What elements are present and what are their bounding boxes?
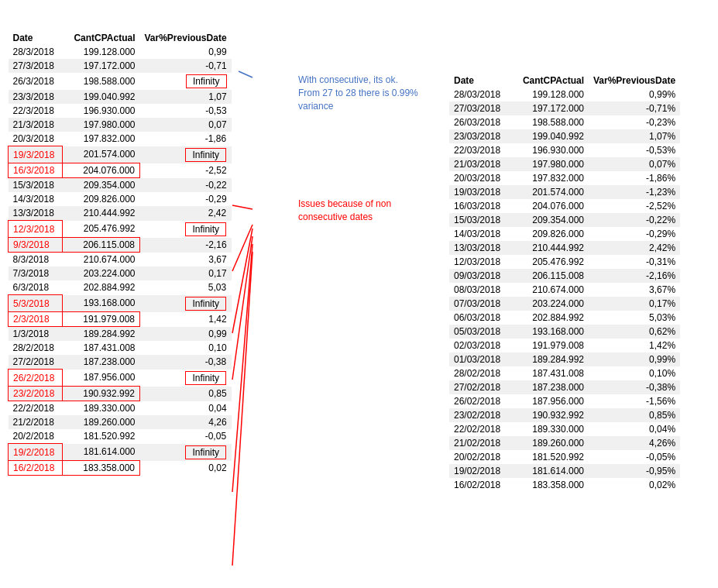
right-date-cell: 13/03/2018 (449, 241, 511, 255)
left-var-cell: 0,17 (140, 266, 232, 280)
left-cant-cell: 202.884.992 (63, 280, 140, 295)
right-var-cell: 0,17% (589, 297, 680, 311)
right-table-row: 23/02/2018190.932.9920,85% (449, 408, 680, 422)
left-cant-cell: 189.260.000 (63, 415, 140, 429)
left-cant-cell: 199.128.000 (63, 45, 140, 59)
left-date-cell: 21/2/2018 (9, 415, 63, 429)
left-table-row: 5/3/2018193.168.000Infinity (9, 295, 232, 312)
left-table-row: 21/3/2018197.980.0000,07 (9, 118, 232, 132)
right-var-cell: -0,29% (589, 227, 680, 241)
right-date-cell: 01/03/2018 (449, 352, 511, 366)
right-table-row: 21/02/2018189.260.0004,26% (449, 436, 680, 450)
left-cant-cell: 199.040.992 (63, 90, 140, 104)
right-date-cell: 20/03/2018 (449, 171, 511, 185)
right-cant-cell: 189.260.000 (511, 436, 589, 450)
left-date-cell: 20/2/2018 (9, 429, 63, 444)
infinity-badge: Infinity (185, 297, 226, 311)
left-cant-cell: 196.930.000 (63, 104, 140, 118)
right-cant-cell: 197.980.000 (511, 157, 589, 171)
infinity-badge: Infinity (185, 445, 226, 459)
right-cant-cell: 202.884.992 (511, 311, 589, 325)
left-var-cell: -0,05 (140, 429, 232, 444)
infinity-badge: Infinity (186, 74, 227, 88)
right-var-cell: -1,23% (589, 185, 680, 199)
right-date-cell: 19/03/2018 (449, 185, 511, 199)
left-table: Date CantCPActual Var%PreviousDate 28/3/… (8, 31, 232, 476)
right-var-cell: 0,10% (589, 366, 680, 380)
right-var-cell: 2,42% (589, 241, 680, 255)
right-cant-cell: 210.444.992 (511, 241, 589, 255)
right-date-cell: 19/02/2018 (449, 464, 511, 478)
right-table-row: 13/03/2018210.444.9922,42% (449, 241, 680, 255)
left-date-cell: 16/2/2018 (9, 461, 63, 476)
left-table-row: 16/3/2018204.076.000-2,52 (9, 163, 232, 178)
right-table-row: 23/03/2018199.040.9921,07% (449, 129, 680, 143)
right-table-row: 02/03/2018191.979.0081,42% (449, 339, 680, 352)
right-table-row: 26/03/2018198.588.000-0,23% (449, 115, 680, 129)
left-var-cell: Infinity (140, 73, 232, 90)
left-table-row: 20/2/2018181.520.992-0,05 (9, 429, 232, 444)
right-date-cell: 09/03/2018 (449, 269, 511, 283)
right-var-cell: 0,99% (589, 352, 680, 366)
left-cant-cell: 193.168.000 (63, 295, 140, 312)
left-date-cell: 5/3/2018 (9, 295, 63, 312)
left-table-row: 1/3/2018189.284.9920,99 (9, 327, 232, 342)
right-col-date: Date (449, 74, 511, 88)
left-table-row: 7/3/2018203.224.0000,17 (9, 266, 232, 280)
left-table-row: 19/2/2018181.614.000Infinity (9, 444, 232, 461)
left-date-cell: 23/2/2018 (9, 387, 63, 401)
left-var-cell: 0,85 (140, 387, 232, 401)
left-table-row: 12/3/2018205.476.992Infinity (9, 221, 232, 238)
right-date-cell: 22/02/2018 (449, 422, 511, 436)
right-cant-cell: 191.979.008 (511, 339, 589, 352)
left-date-cell: 15/3/2018 (9, 178, 63, 193)
right-table-row: 01/03/2018189.284.9920,99% (449, 352, 680, 366)
right-cant-cell: 199.040.992 (511, 129, 589, 143)
left-table-row: 14/3/2018209.826.000-0,29 (9, 192, 232, 206)
right-table-row: 26/02/2018187.956.000-1,56% (449, 394, 680, 408)
right-table: Date CantCPActual Var%PreviousDate 28/03… (449, 74, 680, 492)
left-date-cell: 6/3/2018 (9, 280, 63, 295)
right-date-cell: 05/03/2018 (449, 325, 511, 339)
right-table-row: 05/03/2018193.168.0000,62% (449, 325, 680, 339)
left-table-row: 26/3/2018198.588.000Infinity (9, 73, 232, 90)
right-var-cell: 5,03% (589, 311, 680, 325)
left-cant-cell: 209.826.000 (63, 192, 140, 206)
right-var-cell: 3,67% (589, 283, 680, 297)
left-col-var: Var%PreviousDate (140, 31, 232, 45)
left-cant-cell: 187.956.000 (63, 370, 140, 387)
right-date-cell: 23/02/2018 (449, 408, 511, 422)
right-cant-cell: 209.354.000 (511, 213, 589, 227)
left-cant-cell: 203.224.000 (63, 266, 140, 280)
right-date-cell: 27/03/2018 (449, 101, 511, 115)
left-date-cell: 7/3/2018 (9, 266, 63, 280)
left-var-cell: -0,71 (140, 59, 232, 73)
left-date-cell: 21/3/2018 (9, 118, 63, 132)
left-var-cell: Infinity (140, 295, 232, 312)
left-date-cell: 19/2/2018 (9, 444, 63, 461)
right-date-cell: 07/03/2018 (449, 297, 511, 311)
right-cant-cell: 197.172.000 (511, 101, 589, 115)
right-table-row: 16/02/2018183.358.0000,02% (449, 478, 680, 492)
right-var-cell: 0,07% (589, 157, 680, 171)
right-var-cell: 0,99% (589, 88, 680, 101)
left-var-cell: 0,99 (140, 327, 232, 342)
left-cant-cell: 189.330.000 (63, 401, 140, 416)
right-table-row: 28/02/2018187.431.0080,10% (449, 366, 680, 380)
right-cant-cell: 209.826.000 (511, 227, 589, 241)
left-date-cell: 28/2/2018 (9, 341, 63, 355)
left-date-cell: 20/3/2018 (9, 132, 63, 146)
left-table-row: 28/2/2018187.431.0080,10 (9, 341, 232, 355)
right-date-cell: 26/02/2018 (449, 394, 511, 408)
left-var-cell: 0,99 (140, 45, 232, 59)
left-col-cant: CantCPActual (63, 31, 140, 45)
left-var-cell: Infinity (140, 370, 232, 387)
right-cant-cell: 187.238.000 (511, 380, 589, 394)
right-table-row: 22/03/2018196.930.000-0,53% (449, 143, 680, 157)
left-var-cell: -0,22 (140, 178, 232, 193)
left-date-cell: 13/3/2018 (9, 206, 63, 221)
right-date-cell: 16/03/2018 (449, 199, 511, 213)
right-table-row: 19/02/2018181.614.000-0,95% (449, 464, 680, 478)
left-var-cell: 1,07 (140, 90, 232, 104)
left-var-cell: Infinity (140, 444, 232, 461)
